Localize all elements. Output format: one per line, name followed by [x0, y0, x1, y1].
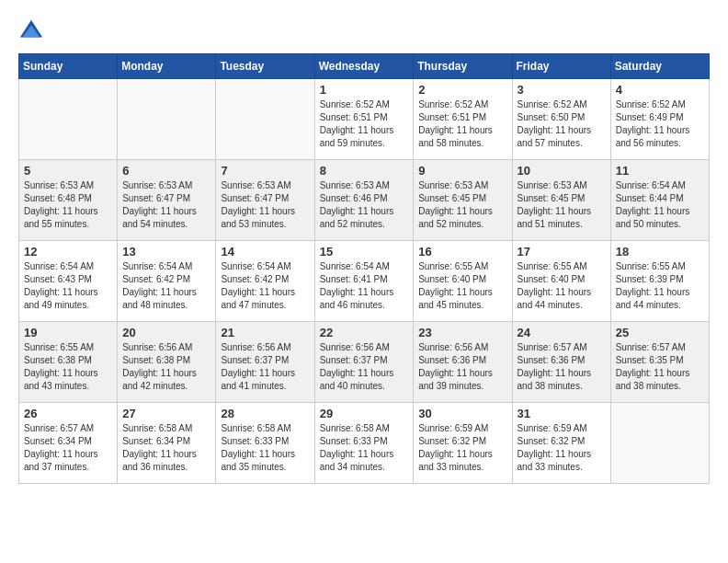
day-number: 31	[518, 407, 606, 420]
day-number: 1	[320, 83, 409, 97]
day-info: Sunrise: 6:53 AMSunset: 6:48 PMDaylight:…	[24, 179, 112, 231]
calendar-cell: 12Sunrise: 6:54 AMSunset: 6:43 PMDayligh…	[19, 241, 118, 322]
calendar-cell: 20Sunrise: 6:56 AMSunset: 6:38 PMDayligh…	[118, 322, 216, 403]
calendar-cell: 18Sunrise: 6:55 AMSunset: 6:39 PMDayligh…	[610, 241, 709, 322]
day-info: Sunrise: 6:56 AMSunset: 6:36 PMDaylight:…	[418, 341, 506, 393]
day-number: 15	[320, 245, 409, 259]
calendar-cell: 2Sunrise: 6:52 AMSunset: 6:51 PMDaylight…	[414, 79, 512, 160]
day-info: Sunrise: 6:55 AMSunset: 6:39 PMDaylight:…	[616, 260, 704, 312]
day-info: Sunrise: 6:58 AMSunset: 6:34 PMDaylight:…	[122, 422, 210, 474]
day-number: 21	[221, 326, 309, 339]
calendar-cell: 25Sunrise: 6:57 AMSunset: 6:35 PMDayligh…	[610, 322, 709, 403]
calendar-cell: 16Sunrise: 6:55 AMSunset: 6:40 PMDayligh…	[414, 241, 512, 322]
calendar-header-row: SundayMondayTuesdayWednesdayThursdayFrid…	[19, 54, 710, 79]
day-number: 6	[122, 164, 210, 178]
calendar-week-row: 1Sunrise: 6:52 AMSunset: 6:51 PMDaylight…	[19, 79, 710, 160]
day-number: 24	[518, 326, 606, 339]
logo-icon	[18, 18, 44, 44]
day-number: 12	[24, 245, 112, 259]
day-number: 25	[616, 326, 704, 339]
calendar-week-row: 5Sunrise: 6:53 AMSunset: 6:48 PMDaylight…	[19, 160, 710, 241]
day-number: 4	[616, 83, 704, 97]
day-number: 7	[221, 164, 309, 178]
day-of-week-header: Thursday	[414, 54, 512, 79]
calendar-table: SundayMondayTuesdayWednesdayThursdayFrid…	[18, 53, 710, 484]
day-info: Sunrise: 6:52 AMSunset: 6:51 PMDaylight:…	[418, 98, 506, 150]
calendar-week-row: 12Sunrise: 6:54 AMSunset: 6:43 PMDayligh…	[19, 241, 710, 322]
calendar-cell: 23Sunrise: 6:56 AMSunset: 6:36 PMDayligh…	[414, 322, 512, 403]
calendar-cell	[118, 79, 216, 160]
day-number: 11	[616, 164, 704, 178]
calendar-cell: 5Sunrise: 6:53 AMSunset: 6:48 PMDaylight…	[19, 160, 118, 241]
day-info: Sunrise: 6:58 AMSunset: 6:33 PMDaylight:…	[320, 422, 409, 474]
calendar-cell: 22Sunrise: 6:56 AMSunset: 6:37 PMDayligh…	[314, 322, 414, 403]
calendar-cell: 21Sunrise: 6:56 AMSunset: 6:37 PMDayligh…	[216, 322, 314, 403]
day-number: 18	[616, 245, 704, 259]
day-number: 30	[418, 407, 506, 420]
day-info: Sunrise: 6:53 AMSunset: 6:45 PMDaylight:…	[418, 179, 506, 231]
calendar-cell: 14Sunrise: 6:54 AMSunset: 6:42 PMDayligh…	[216, 241, 314, 322]
day-info: Sunrise: 6:55 AMSunset: 6:40 PMDaylight:…	[518, 260, 606, 312]
calendar-cell: 15Sunrise: 6:54 AMSunset: 6:41 PMDayligh…	[314, 241, 414, 322]
calendar-cell	[19, 79, 118, 160]
day-number: 19	[24, 326, 112, 339]
day-of-week-header: Friday	[512, 54, 610, 79]
day-number: 14	[221, 245, 309, 259]
day-info: Sunrise: 6:52 AMSunset: 6:51 PMDaylight:…	[320, 98, 409, 150]
day-info: Sunrise: 6:57 AMSunset: 6:35 PMDaylight:…	[616, 341, 704, 393]
day-number: 23	[418, 326, 506, 339]
day-of-week-header: Monday	[118, 54, 216, 79]
calendar-cell: 29Sunrise: 6:58 AMSunset: 6:33 PMDayligh…	[314, 403, 414, 484]
calendar-cell: 10Sunrise: 6:53 AMSunset: 6:45 PMDayligh…	[512, 160, 610, 241]
calendar-cell: 8Sunrise: 6:53 AMSunset: 6:46 PMDaylight…	[314, 160, 414, 241]
day-info: Sunrise: 6:52 AMSunset: 6:50 PMDaylight:…	[518, 98, 606, 150]
day-of-week-header: Saturday	[610, 54, 709, 79]
day-number: 17	[518, 245, 606, 259]
day-of-week-header: Wednesday	[314, 54, 414, 79]
day-number: 3	[518, 83, 606, 97]
day-info: Sunrise: 6:54 AMSunset: 6:44 PMDaylight:…	[616, 179, 704, 231]
calendar-cell: 19Sunrise: 6:55 AMSunset: 6:38 PMDayligh…	[19, 322, 118, 403]
day-info: Sunrise: 6:54 AMSunset: 6:42 PMDaylight:…	[221, 260, 309, 312]
day-number: 2	[418, 83, 506, 97]
calendar-cell	[610, 403, 709, 484]
calendar-cell: 3Sunrise: 6:52 AMSunset: 6:50 PMDaylight…	[512, 79, 610, 160]
logo	[18, 18, 46, 44]
day-info: Sunrise: 6:54 AMSunset: 6:43 PMDaylight:…	[24, 260, 112, 312]
day-info: Sunrise: 6:54 AMSunset: 6:42 PMDaylight:…	[122, 260, 210, 312]
calendar-cell: 13Sunrise: 6:54 AMSunset: 6:42 PMDayligh…	[118, 241, 216, 322]
day-info: Sunrise: 6:58 AMSunset: 6:33 PMDaylight:…	[221, 422, 309, 474]
calendar-cell: 6Sunrise: 6:53 AMSunset: 6:47 PMDaylight…	[118, 160, 216, 241]
day-of-week-header: Sunday	[19, 54, 118, 79]
calendar-cell: 27Sunrise: 6:58 AMSunset: 6:34 PMDayligh…	[118, 403, 216, 484]
day-number: 26	[24, 407, 112, 420]
day-info: Sunrise: 6:53 AMSunset: 6:47 PMDaylight:…	[221, 179, 309, 231]
day-number: 8	[320, 164, 409, 178]
calendar-cell: 7Sunrise: 6:53 AMSunset: 6:47 PMDaylight…	[216, 160, 314, 241]
calendar-cell: 4Sunrise: 6:52 AMSunset: 6:49 PMDaylight…	[610, 79, 709, 160]
day-number: 10	[518, 164, 606, 178]
day-info: Sunrise: 6:56 AMSunset: 6:38 PMDaylight:…	[122, 341, 210, 393]
calendar-cell: 30Sunrise: 6:59 AMSunset: 6:32 PMDayligh…	[414, 403, 512, 484]
calendar-cell: 1Sunrise: 6:52 AMSunset: 6:51 PMDaylight…	[314, 79, 414, 160]
day-number: 13	[122, 245, 210, 259]
calendar-cell: 31Sunrise: 6:59 AMSunset: 6:32 PMDayligh…	[512, 403, 610, 484]
calendar-cell: 9Sunrise: 6:53 AMSunset: 6:45 PMDaylight…	[414, 160, 512, 241]
calendar-cell: 28Sunrise: 6:58 AMSunset: 6:33 PMDayligh…	[216, 403, 314, 484]
calendar-week-row: 19Sunrise: 6:55 AMSunset: 6:38 PMDayligh…	[19, 322, 710, 403]
day-info: Sunrise: 6:59 AMSunset: 6:32 PMDaylight:…	[418, 422, 506, 474]
day-info: Sunrise: 6:53 AMSunset: 6:45 PMDaylight:…	[518, 179, 606, 231]
calendar-cell	[216, 79, 314, 160]
day-info: Sunrise: 6:56 AMSunset: 6:37 PMDaylight:…	[221, 341, 309, 393]
day-number: 22	[320, 326, 409, 339]
day-info: Sunrise: 6:57 AMSunset: 6:34 PMDaylight:…	[24, 422, 112, 474]
day-number: 5	[24, 164, 112, 178]
calendar-cell: 17Sunrise: 6:55 AMSunset: 6:40 PMDayligh…	[512, 241, 610, 322]
day-number: 27	[122, 407, 210, 420]
day-number: 16	[418, 245, 506, 259]
day-of-week-header: Tuesday	[216, 54, 314, 79]
day-info: Sunrise: 6:55 AMSunset: 6:38 PMDaylight:…	[24, 341, 112, 393]
day-number: 29	[320, 407, 409, 420]
day-info: Sunrise: 6:53 AMSunset: 6:47 PMDaylight:…	[122, 179, 210, 231]
day-info: Sunrise: 6:52 AMSunset: 6:49 PMDaylight:…	[616, 98, 704, 150]
